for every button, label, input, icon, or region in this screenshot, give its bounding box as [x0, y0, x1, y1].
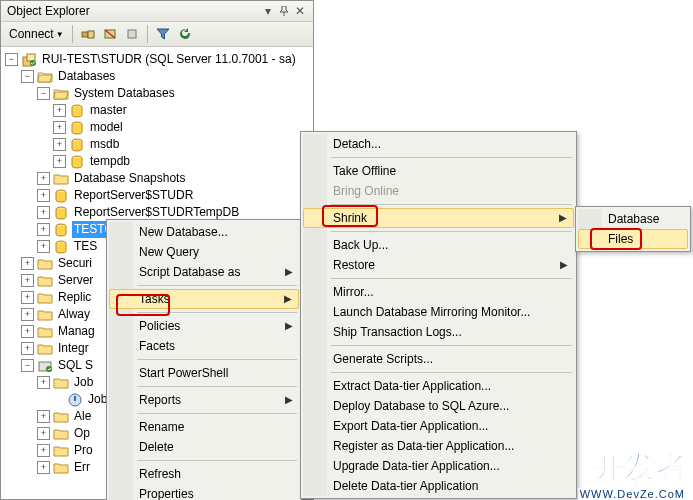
menu-generate-scripts[interactable]: Generate Scripts... — [303, 349, 574, 369]
expand-toggle[interactable]: + — [37, 172, 50, 185]
expand-toggle[interactable]: + — [21, 342, 34, 355]
close-icon[interactable]: ✕ — [293, 4, 307, 18]
sql-agent-node[interactable]: SQL S — [56, 357, 95, 374]
management-node[interactable]: Manag — [56, 323, 97, 340]
menu-reports[interactable]: Reports▶ — [109, 390, 299, 410]
submenu-arrow-icon: ▶ — [285, 316, 293, 336]
watermark-url: WWW.DevZe.CoM — [578, 488, 687, 500]
menu-script-database-as[interactable]: Script Database as▶ — [109, 262, 299, 282]
menu-restore[interactable]: Restore▶ — [303, 255, 574, 275]
jobs-node[interactable]: Job — [72, 374, 95, 391]
folder-icon — [53, 443, 69, 459]
menu-deploy-to-azure[interactable]: Deploy Database to SQL Azure... — [303, 396, 574, 416]
menu-export-data-tier[interactable]: Export Data-tier Application... — [303, 416, 574, 436]
integration-node[interactable]: Integr — [56, 340, 91, 357]
menu-detach[interactable]: Detach... — [303, 134, 574, 154]
menu-separator — [137, 312, 297, 313]
menu-back-up[interactable]: Back Up... — [303, 235, 574, 255]
expand-toggle[interactable]: + — [53, 138, 66, 151]
expand-toggle[interactable]: + — [21, 274, 34, 287]
expand-toggle[interactable]: + — [53, 155, 66, 168]
refresh-icon[interactable] — [174, 24, 196, 44]
toolbar: Connect ▼ — [1, 22, 313, 47]
menu-refresh[interactable]: Refresh — [109, 464, 299, 484]
svg-rect-0 — [82, 32, 88, 37]
menu-extract-data-tier[interactable]: Extract Data-tier Application... — [303, 376, 574, 396]
stop-icon[interactable] — [121, 24, 143, 44]
sql-agent-icon — [37, 358, 53, 374]
expand-toggle[interactable]: + — [37, 376, 50, 389]
menu-new-database[interactable]: New Database... — [109, 222, 299, 242]
menu-separator — [331, 372, 572, 373]
expand-toggle[interactable]: + — [37, 427, 50, 440]
menu-shrink[interactable]: Shrink▶ — [303, 208, 574, 228]
alwayson-node[interactable]: Alway — [56, 306, 92, 323]
operators-node[interactable]: Op — [72, 425, 92, 442]
menu-shrink-files[interactable]: Files — [578, 229, 688, 249]
expand-toggle[interactable]: + — [37, 444, 50, 457]
folder-icon — [37, 273, 53, 289]
menu-policies[interactable]: Policies▶ — [109, 316, 299, 336]
menu-rename[interactable]: Rename — [109, 417, 299, 437]
connect-dropdown[interactable]: Connect ▼ — [5, 27, 68, 41]
db-node[interactable]: master — [88, 102, 129, 119]
menu-properties[interactable]: Properties — [109, 484, 299, 500]
menu-upgrade-data-tier[interactable]: Upgrade Data-tier Application... — [303, 456, 574, 476]
menu-mirror[interactable]: Mirror... — [303, 282, 574, 302]
replication-node[interactable]: Replic — [56, 289, 93, 306]
menu-launch-mirroring-monitor[interactable]: Launch Database Mirroring Monitor... — [303, 302, 574, 322]
menu-register-data-tier[interactable]: Register as Data-tier Application... — [303, 436, 574, 456]
expand-toggle[interactable]: + — [37, 461, 50, 474]
menu-start-powershell[interactable]: Start PowerShell — [109, 363, 299, 383]
databases-node[interactable]: Databases — [56, 68, 117, 85]
server-objects-node[interactable]: Server — [56, 272, 95, 289]
expand-toggle[interactable]: + — [37, 189, 50, 202]
connect-icon[interactable] — [77, 24, 99, 44]
submenu-arrow-icon: ▶ — [559, 209, 567, 227]
expand-toggle[interactable]: + — [53, 121, 66, 134]
expand-toggle[interactable]: + — [21, 291, 34, 304]
system-databases-node[interactable]: System Databases — [72, 85, 177, 102]
db-node[interactable]: TES — [72, 238, 99, 255]
db-node[interactable]: tempdb — [88, 153, 132, 170]
pin-icon[interactable] — [277, 4, 291, 18]
expand-toggle[interactable]: + — [37, 206, 50, 219]
security-node[interactable]: Securi — [56, 255, 94, 272]
disconnect-icon[interactable] — [99, 24, 121, 44]
server-icon — [21, 52, 37, 68]
db-node[interactable]: model — [88, 119, 125, 136]
expand-toggle[interactable]: + — [37, 240, 50, 253]
menu-new-query[interactable]: New Query — [109, 242, 299, 262]
menu-tasks[interactable]: Tasks▶ — [109, 289, 299, 309]
svg-point-17 — [46, 366, 52, 372]
expand-toggle[interactable]: + — [21, 308, 34, 321]
svg-rect-19 — [74, 396, 76, 401]
job-activity-icon — [67, 392, 83, 408]
db-snapshots-node[interactable]: Database Snapshots — [72, 170, 187, 187]
svg-rect-4 — [128, 30, 136, 38]
proxies-node[interactable]: Pro — [72, 442, 95, 459]
collapse-toggle[interactable]: − — [37, 87, 50, 100]
expand-toggle[interactable]: + — [21, 257, 34, 270]
expand-toggle[interactable]: + — [53, 104, 66, 117]
collapse-toggle[interactable]: − — [21, 70, 34, 83]
collapse-toggle[interactable]: − — [5, 53, 18, 66]
errorlogs-node[interactable]: Err — [72, 459, 92, 476]
db-node[interactable]: msdb — [88, 136, 121, 153]
alerts-node[interactable]: Ale — [72, 408, 93, 425]
expand-toggle[interactable]: + — [37, 223, 50, 236]
menu-facets[interactable]: Facets — [109, 336, 299, 356]
expand-toggle[interactable]: + — [37, 410, 50, 423]
collapse-toggle[interactable]: − — [21, 359, 34, 372]
menu-take-offline[interactable]: Take Offline — [303, 161, 574, 181]
menu-ship-transaction-logs[interactable]: Ship Transaction Logs... — [303, 322, 574, 342]
expand-toggle[interactable]: + — [21, 325, 34, 338]
filter-icon[interactable] — [152, 24, 174, 44]
menu-shrink-database[interactable]: Database — [578, 209, 688, 229]
menu-delete[interactable]: Delete — [109, 437, 299, 457]
panel-menu-icon[interactable]: ▾ — [261, 4, 275, 18]
server-node[interactable]: RUI-TEST\STUDR (SQL Server 11.0.7001 - s… — [40, 51, 298, 68]
database-icon — [69, 120, 85, 136]
db-node[interactable]: ReportServer$STUDR — [72, 187, 195, 204]
menu-delete-data-tier[interactable]: Delete Data-tier Application — [303, 476, 574, 496]
